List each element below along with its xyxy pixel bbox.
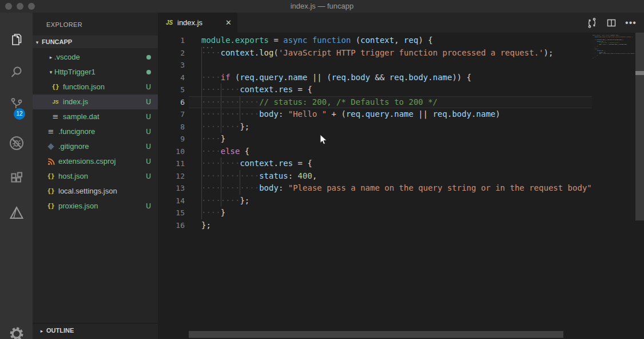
vscode-window: index.js — funcapp 12 (0, 0, 644, 339)
line-number-13[interactable]: 13 (158, 182, 185, 195)
list-file-icon: ≡ (51, 112, 60, 121)
azure-icon[interactable] (0, 200, 33, 226)
tab-bar: JS index.js ✕ ••• (158, 13, 644, 33)
section-header-funcapp[interactable]: ▾FUNCAPP (33, 36, 158, 48)
file-name: .funcignore (58, 124, 146, 139)
chevron-right-icon: ▸ (37, 324, 46, 338)
code-line-16[interactable]: }; (201, 219, 592, 232)
search-icon[interactable] (0, 60, 33, 85)
line-number-9[interactable]: 9 (158, 133, 185, 145)
json-file-icon: {} (46, 172, 55, 181)
mouse-cursor (320, 134, 328, 148)
code-line-3[interactable] (201, 59, 592, 72)
json-file-icon: {} (51, 82, 60, 92)
tree-item-.gitignore[interactable]: .gitignoreU (33, 139, 158, 154)
sync-icon[interactable] (582, 13, 602, 33)
tree-item-local.settings.json[interactable]: {}local.settings.json (33, 184, 158, 199)
debug-icon[interactable] (0, 131, 33, 156)
code-line-14[interactable]: ········}; (201, 195, 592, 207)
line-number-7[interactable]: 7 (158, 108, 185, 121)
line-number-5[interactable]: 5 (158, 84, 185, 96)
explorer-sidebar: EXPLORER ▾FUNCAPP ▸.vscode▾HttpTrigger1{… (33, 13, 158, 339)
chevron-down-icon: ▾ (47, 65, 54, 80)
code-line-11[interactable]: ········context.res = { (201, 157, 592, 170)
git-modified-dot-badge (146, 55, 151, 60)
code-line-4[interactable]: ····if (req.query.name || (req.body && r… (201, 72, 592, 84)
code-line-12[interactable]: ············status: 400, (201, 170, 592, 183)
git-file-icon (46, 142, 55, 151)
settings-gear-icon[interactable] (0, 321, 33, 339)
json-file-icon: {} (46, 202, 55, 211)
git-untracked-badge: U (146, 124, 151, 139)
line-number-4[interactable]: 4 (158, 72, 185, 84)
tree-item-extensions.csproj[interactable]: extensions.csprojU (33, 154, 158, 169)
tree-item-sample.dat[interactable]: ≡sample.datU (33, 109, 158, 124)
tree-item-.funcignore[interactable]: ≡.funcignoreU (33, 124, 158, 139)
title-bar: index.js — funcapp (0, 0, 644, 13)
tree-item-function.json[interactable]: {}function.jsonU (33, 80, 158, 94)
js-file-icon: JS (51, 97, 60, 107)
window-title: index.js — funcapp (0, 0, 644, 13)
explorer-icon[interactable] (0, 27, 33, 53)
minimap[interactable]: module.exports = async function (context… (592, 33, 635, 339)
close-tab-icon[interactable]: ✕ (225, 18, 232, 27)
code-line-1[interactable]: module.exports = async function (context… (201, 34, 592, 47)
line-number-16[interactable]: 16 (158, 219, 185, 232)
line-number-1[interactable]: 1 (158, 34, 185, 47)
tree-item-index.js[interactable]: JSindex.jsU (33, 94, 158, 109)
file-name: .vscode (54, 50, 146, 65)
file-name: HttpTrigger1 (54, 65, 146, 80)
code-line-13[interactable]: ············body: "Please pass a name on… (201, 182, 592, 195)
line-number-8[interactable]: 8 (158, 121, 185, 133)
rss-file-icon (46, 157, 55, 166)
line-number-3[interactable]: 3 (158, 59, 185, 72)
git-untracked-badge: U (146, 80, 151, 94)
git-untracked-badge: U (146, 139, 151, 154)
tree-item-host.json[interactable]: {}host.jsonU (33, 169, 158, 184)
code-line-6[interactable]: ············// status: 200, /* Defaults … (201, 96, 592, 109)
file-name: .gitignore (58, 139, 146, 154)
tree-item-proxies.json[interactable]: {}proxies.jsonU (33, 199, 158, 214)
line-number-15[interactable]: 15 (158, 207, 185, 219)
vertical-scrollbar[interactable] (635, 33, 644, 339)
file-name: function.json (63, 80, 146, 94)
code-line-10[interactable]: ····else { (201, 145, 592, 158)
more-actions-icon[interactable]: ••• (621, 13, 641, 33)
tab-index-js[interactable]: JS index.js ✕ (158, 13, 237, 33)
file-name: index.js (63, 94, 146, 109)
code-line-9[interactable]: ····} (201, 133, 592, 145)
sidebar-title: EXPLORER (33, 13, 158, 36)
section-header-outline[interactable]: ▸OUTLINE (33, 323, 158, 337)
line-number-2[interactable]: 2 (158, 47, 185, 60)
tree-item-.vscode[interactable]: ▸.vscode (33, 50, 158, 65)
file-name: local.settings.json (58, 184, 158, 199)
code-line-15[interactable]: ····} (201, 207, 592, 219)
code-line-7[interactable]: ············body: "Hello " + (req.query.… (201, 108, 592, 121)
chevron-down-icon: ▾ (33, 36, 42, 49)
chevron-right-icon: ▸ (47, 50, 54, 65)
file-name: sample.dat (63, 109, 146, 124)
json-file-icon: {} (46, 187, 55, 196)
code-area: module.exports = async function (context… (201, 34, 592, 231)
line-number-11[interactable]: 11 (158, 157, 185, 170)
line-number-14[interactable]: 14 (158, 195, 185, 207)
overview-ruler-cursor-marker (635, 71, 644, 75)
horizontal-scrollbar[interactable] (158, 331, 635, 338)
split-editor-icon[interactable] (602, 13, 621, 33)
vertical-scrollbar-thumb[interactable] (635, 33, 644, 220)
code-editor[interactable]: 12345678910111213141516 module.exports =… (158, 33, 644, 339)
file-name: proxies.json (58, 199, 146, 214)
js-file-icon: JS (165, 18, 174, 27)
code-line-2[interactable]: ····context.log('JavaScript HTTP trigger… (201, 47, 592, 60)
tree-item-HttpTrigger1[interactable]: ▾HttpTrigger1 (33, 65, 158, 80)
line-number-6[interactable]: 6 (158, 96, 185, 109)
code-line-8[interactable]: ········}; (201, 121, 592, 133)
line-number-12[interactable]: 12 (158, 170, 185, 183)
horizontal-scrollbar-thumb[interactable] (189, 331, 563, 338)
extensions-icon[interactable] (0, 166, 33, 191)
editor-actions: ••• (582, 13, 641, 33)
line-number-10[interactable]: 10 (158, 145, 185, 158)
code-line-5[interactable]: ········context.res = { (201, 84, 592, 96)
source-control-badge: 12 (14, 108, 25, 120)
git-untracked-badge: U (146, 199, 151, 214)
